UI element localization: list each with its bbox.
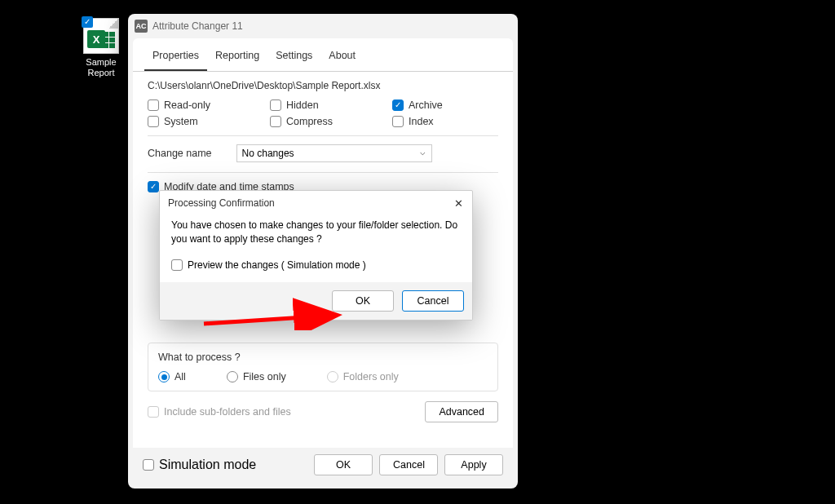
tab-settings[interactable]: Settings [267, 43, 320, 71]
checkbox-include-subfolders: Include sub-folders and files [148, 406, 291, 418]
processing-confirmation-dialog: Processing Confirmation ✕ You have chose… [159, 190, 473, 321]
change-name-label: Change name [148, 148, 212, 159]
checkbox-hidden[interactable]: Hidden [270, 99, 376, 111]
checkbox-readonly[interactable]: Read-only [148, 99, 254, 111]
titlebar[interactable]: AC Attribute Changer 11 [128, 14, 518, 38]
checkbox-archive[interactable]: Archive [392, 99, 498, 111]
checkbox-simulation-mode[interactable]: Simulation mode [143, 458, 256, 472]
window-footer: Simulation mode OK Cancel Apply [133, 448, 513, 484]
what-to-process-label: What to process ? [158, 351, 488, 363]
dialog-title: Processing Confirmation [168, 197, 275, 209]
tab-reporting[interactable]: Reporting [207, 43, 267, 71]
change-name-select[interactable]: No changes [236, 144, 432, 162]
sync-check-badge [82, 16, 93, 28]
radio-all[interactable]: All [158, 371, 186, 382]
file-path: C:\Users\olanr\OneDrive\Desktop\Sample R… [148, 80, 498, 91]
checkbox-system[interactable]: System [148, 116, 254, 127]
apply-button[interactable]: Apply [444, 454, 503, 475]
dialog-message: You have chosen to make changes to your … [171, 219, 461, 247]
advanced-button[interactable]: Advanced [425, 401, 498, 422]
excel-file-icon: X [83, 18, 119, 54]
radio-files-only[interactable]: Files only [227, 371, 286, 382]
tabbar: Properties Reporting Settings About [133, 38, 513, 72]
desktop-file-shortcut[interactable]: X Sample Report [77, 18, 126, 78]
desktop-file-label: Sample Report [77, 57, 126, 78]
cancel-button[interactable]: Cancel [379, 454, 438, 475]
checkbox-preview-changes[interactable]: Preview the changes ( Simulation mode ) [171, 259, 461, 272]
tab-about[interactable]: About [320, 43, 364, 71]
dialog-ok-button[interactable]: OK [332, 290, 394, 312]
radio-folders-only: Folders only [327, 371, 399, 382]
app-icon: AC [135, 20, 148, 33]
checkbox-compress[interactable]: Compress [270, 116, 376, 127]
ok-button[interactable]: OK [314, 454, 373, 475]
tab-properties[interactable]: Properties [144, 43, 207, 71]
close-icon[interactable]: ✕ [451, 196, 466, 210]
dialog-cancel-button[interactable]: Cancel [402, 290, 464, 312]
window-title: Attribute Changer 11 [152, 20, 243, 32]
checkbox-index[interactable]: Index [392, 116, 498, 127]
what-to-process-group: What to process ? All Files only Folders… [148, 343, 498, 391]
